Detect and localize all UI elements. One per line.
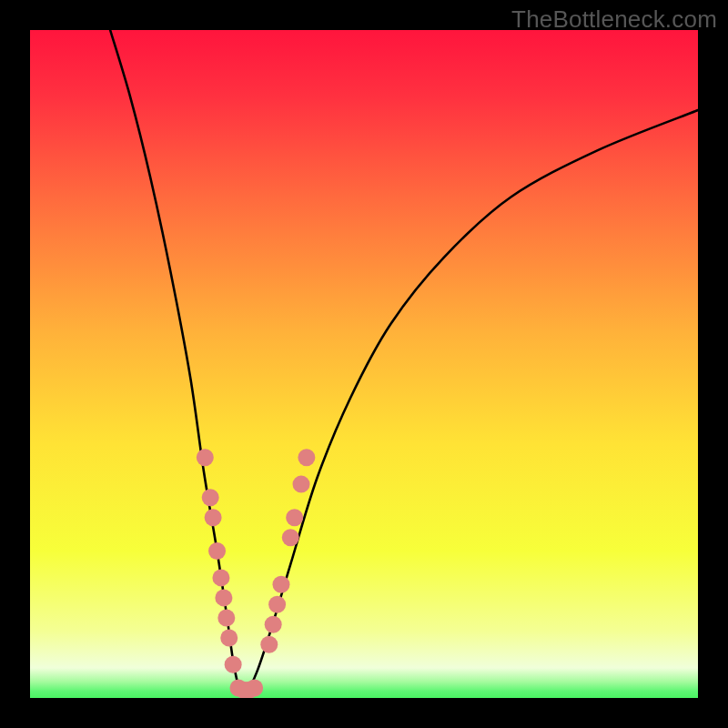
marker-point (225, 656, 242, 673)
marker-point (197, 449, 214, 466)
marker-point (220, 629, 238, 646)
marker-point (202, 489, 219, 506)
marker-point (268, 596, 286, 613)
watermark-text: TheBottleneck.com (511, 5, 717, 34)
marker-point (217, 609, 235, 626)
marker-point (298, 449, 315, 466)
marker-point (260, 636, 278, 653)
marker-point (265, 616, 282, 633)
bottleneck-curve (110, 30, 698, 694)
chart-container: TheBottleneck.com (0, 0, 728, 728)
marker-point (208, 542, 226, 560)
marker-point (282, 529, 299, 546)
marker-point (286, 509, 303, 526)
marker-point (215, 589, 232, 606)
marker-point (293, 476, 310, 493)
marker-point (212, 569, 229, 586)
plot-area (30, 30, 698, 698)
highlighted-points (197, 449, 316, 698)
marker-point (205, 509, 222, 526)
marker-point (246, 679, 263, 696)
curve-layer (30, 30, 698, 698)
marker-point (272, 576, 289, 593)
